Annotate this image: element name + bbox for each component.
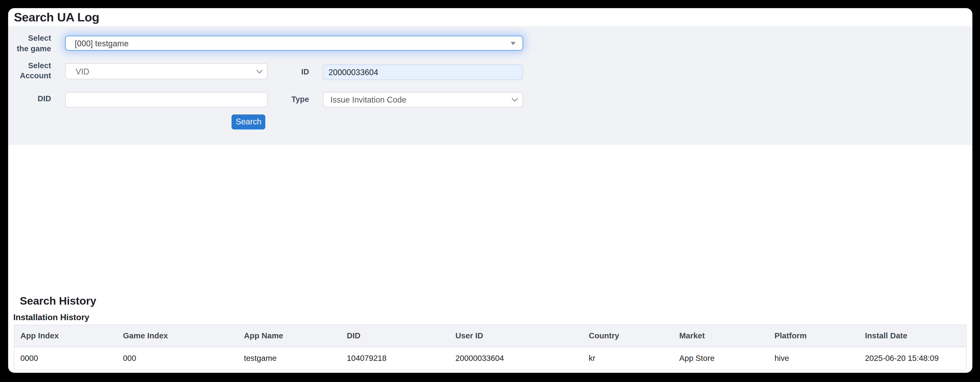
column-header: App Name xyxy=(238,325,340,347)
did-input[interactable] xyxy=(65,92,268,107)
dropdown-arrow-icon xyxy=(510,42,515,45)
cell-app-index: 0000 xyxy=(14,347,116,370)
id-input[interactable] xyxy=(323,65,523,80)
search-ua-log-card: Search UA Log Select the game [000] test… xyxy=(8,8,972,373)
search-button[interactable]: Search xyxy=(232,114,266,130)
cell-market: App Store xyxy=(673,347,768,370)
cell-user-id: 20000033604 xyxy=(449,347,582,370)
cell-install-date: 2025-06-20 15:48:09 xyxy=(859,347,966,370)
column-header: Country xyxy=(582,325,673,347)
column-header: Install Date xyxy=(859,325,966,347)
installation-history-title: Installation History xyxy=(13,313,89,322)
game-select[interactable]: [000] testgame xyxy=(65,36,523,51)
cell-app-name: testgame xyxy=(238,347,340,370)
select-game-label: Select the game xyxy=(8,33,51,54)
column-header: Market xyxy=(673,325,768,347)
column-header: DID xyxy=(340,325,449,347)
select-account-label: Select Account xyxy=(8,60,51,81)
did-label: DID xyxy=(8,94,51,105)
account-select-value: VID xyxy=(76,67,89,76)
type-select-value: Issue Invitation Code xyxy=(331,95,407,105)
chevron-down-icon xyxy=(511,95,518,102)
column-header: Platform xyxy=(768,325,859,347)
chevron-down-icon xyxy=(256,67,262,74)
cell-did: 104079218 xyxy=(340,347,449,370)
search-history-title: Search History xyxy=(20,295,96,308)
table-row: 0000 000 testgame 104079218 20000033604 … xyxy=(14,347,966,370)
column-header: Game Index xyxy=(116,325,237,347)
cell-game-index: 000 xyxy=(116,347,237,370)
account-select[interactable]: VID xyxy=(65,63,268,79)
cell-platform: hive xyxy=(768,347,859,370)
id-label: ID xyxy=(266,67,309,78)
page: Search UA Log Select the game [000] test… xyxy=(0,0,980,382)
game-select-value: [000] testgame xyxy=(75,39,129,48)
installation-history-table: App Index Game Index App Name DID User I… xyxy=(13,324,967,370)
table-header-row: App Index Game Index App Name DID User I… xyxy=(14,325,966,347)
column-header: App Index xyxy=(14,325,116,347)
cell-country: kr xyxy=(582,347,673,370)
card-header: Search UA Log xyxy=(8,8,972,27)
page-title: Search UA Log xyxy=(14,10,99,24)
type-label: Type xyxy=(266,95,309,105)
type-select[interactable]: Issue Invitation Code xyxy=(323,92,523,108)
search-form: Select the game [000] testgame Select Ac… xyxy=(8,27,972,144)
column-header: User ID xyxy=(449,325,582,347)
